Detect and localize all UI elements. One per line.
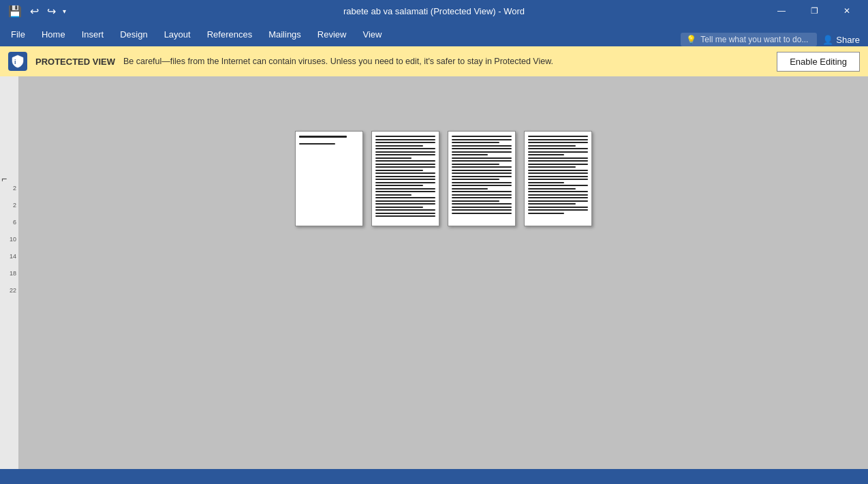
- tab-layout[interactable]: Layout: [156, 22, 199, 46]
- page-thumbnail-1: [295, 131, 363, 226]
- page-thumbnail-3: [448, 131, 516, 226]
- ribbon: File Home Insert Design Layout Reference…: [0, 22, 868, 46]
- title-bar: 💾 ↩ ↪ ▾ rabete ab va salamati (Protected…: [0, 0, 868, 22]
- tell-me-search[interactable]: 💡 Tell me what you want to do...: [681, 33, 817, 46]
- document-canvas: ▲ 14 10 6 2 ▼: [19, 76, 868, 469]
- page-thumbnails-container: [295, 131, 592, 226]
- redo-button[interactable]: ↪: [44, 3, 59, 19]
- restore-button[interactable]: ❐: [799, 0, 830, 22]
- document-area: ⌐ 2 2 6 10 14 18 22 ▲ 14 10 6 2 ▼: [0, 76, 868, 469]
- tab-view[interactable]: View: [354, 22, 390, 46]
- protected-view-banner: i PROTECTED VIEW Be careful—files from t…: [0, 46, 868, 76]
- enable-editing-button[interactable]: Enable Editing: [777, 52, 860, 72]
- save-icon: 💾: [8, 5, 22, 18]
- window-controls: — ❐ ✕: [766, 0, 863, 22]
- ruler-bracket: ⌐: [1, 173, 7, 184]
- status-bar: [0, 469, 868, 484]
- ribbon-right: 💡 Tell me what you want to do... 👤 Share: [681, 33, 865, 46]
- quick-access-toolbar: 💾 ↩ ↪ ▾: [5, 3, 67, 19]
- tab-home[interactable]: Home: [33, 22, 74, 46]
- quick-access-dropdown[interactable]: ▾: [61, 6, 67, 16]
- protected-view-message: Be careful—files from the Internet can c…: [123, 57, 769, 66]
- user-icon: 👤: [822, 35, 833, 45]
- shield-icon: i: [8, 52, 27, 71]
- ruler-mark-14: 14: [0, 254, 18, 260]
- page-4-content: [525, 132, 591, 226]
- ruler-mark-22: 22: [0, 288, 18, 294]
- svg-text:i: i: [14, 59, 16, 65]
- tab-review[interactable]: Review: [309, 22, 355, 46]
- tab-design[interactable]: Design: [112, 22, 155, 46]
- lightbulb-icon: 💡: [686, 35, 696, 44]
- ruler-mark-6: 6: [0, 220, 18, 226]
- search-placeholder: Tell me what you want to do...: [700, 35, 808, 44]
- protected-view-label: PROTECTED VIEW: [35, 57, 115, 67]
- page-2-text: [375, 136, 435, 217]
- vertical-ruler: ⌐ 2 2 6 10 14 18 22: [0, 76, 19, 469]
- ruler-mark-2a: 2: [0, 185, 18, 192]
- window-title: rabete ab va salamati (Protected View) -…: [343, 6, 525, 16]
- close-button[interactable]: ✕: [831, 0, 863, 22]
- page-1-text: [299, 136, 359, 145]
- page-2-content: [372, 132, 439, 226]
- page-thumbnail-4: [524, 131, 592, 226]
- tab-mailings[interactable]: Mailings: [260, 22, 309, 46]
- minimize-button[interactable]: —: [766, 0, 797, 22]
- share-label: Share: [836, 35, 860, 45]
- save-button[interactable]: 💾: [5, 3, 25, 19]
- ribbon-tabs: File Home Insert Design Layout Reference…: [0, 22, 868, 46]
- page-3-text: [452, 136, 512, 214]
- ruler-mark-18: 18: [0, 271, 18, 277]
- ruler-mark-2b: 2: [0, 202, 18, 209]
- undo-button[interactable]: ↩: [27, 3, 42, 19]
- redo-icon: ↪: [47, 5, 56, 18]
- page-thumbnail-2: [371, 131, 439, 226]
- tab-insert[interactable]: Insert: [74, 22, 112, 46]
- tab-references[interactable]: References: [199, 22, 260, 46]
- page-3-content: [448, 132, 515, 226]
- share-button[interactable]: 👤 Share: [822, 35, 860, 45]
- undo-icon: ↩: [30, 5, 39, 18]
- tab-file[interactable]: File: [3, 22, 33, 46]
- page-1-content: [296, 132, 362, 226]
- ruler-mark-10: 10: [0, 237, 18, 243]
- page-4-text: [528, 136, 588, 214]
